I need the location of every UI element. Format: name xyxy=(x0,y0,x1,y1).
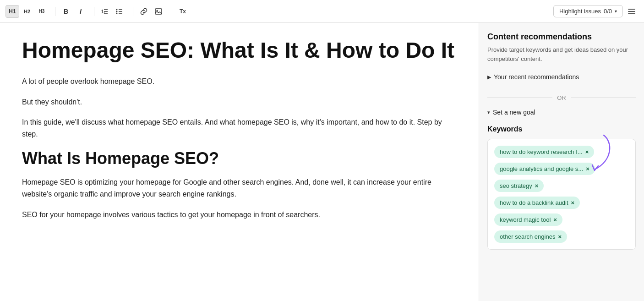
svg-point-4 xyxy=(116,9,118,10)
ordered-list-button[interactable]: 1. xyxy=(98,5,112,18)
chevron-down-icon: ▾ xyxy=(615,9,617,14)
paragraph-2: But they shouldn't. xyxy=(22,96,457,108)
keyword-text-6: other search engines xyxy=(500,233,555,240)
paragraph-4: Homepage SEO is optimizing your homepage… xyxy=(22,176,457,201)
remove-keyword-1[interactable]: × xyxy=(585,148,589,155)
list-group: 1. xyxy=(98,5,126,18)
recent-recommendations-label: Your recent recommendations xyxy=(494,73,579,81)
divider-3 xyxy=(133,7,133,16)
keyword-tag-3: seo strategy × xyxy=(494,180,544,192)
divider-2 xyxy=(94,7,94,16)
svg-point-6 xyxy=(116,12,118,14)
main-layout: Homepage SEO: What Is It & How to Do It … xyxy=(0,23,644,301)
keyword-text-2: google analytics and google s... xyxy=(500,165,583,172)
keyword-text-5: keyword magic tool xyxy=(500,216,551,223)
insert-group xyxy=(137,5,165,18)
section-title-1: What Is Homepage SEO? xyxy=(22,149,457,168)
paragraph-1: A lot of people overlook homepage SEO. xyxy=(22,76,457,88)
remove-keyword-4[interactable]: × xyxy=(571,199,575,206)
keywords-label: Keywords xyxy=(487,125,636,133)
hamburger-icon xyxy=(628,7,636,16)
editor-area[interactable]: Homepage SEO: What Is It & How to Do It … xyxy=(0,23,479,301)
recent-recommendations-row[interactable]: ▶ Your recent recommendations xyxy=(487,71,636,82)
sidebar: Content recommendations Provide target k… xyxy=(479,23,644,301)
ordered-list-icon: 1. xyxy=(101,8,109,15)
text-format-group: B I xyxy=(59,5,87,18)
divider-4 xyxy=(172,7,172,16)
set-new-goal-row[interactable]: ▾ Set a new goal xyxy=(487,107,636,118)
editor-toolbar: H1 H2 H3 B I 1. xyxy=(0,0,644,23)
sidebar-title: Content recommendations xyxy=(487,32,636,42)
keyword-tag-4: how to do a backlink audit × xyxy=(494,197,580,209)
chevron-right-icon: ▶ xyxy=(487,74,491,80)
or-label: OR xyxy=(557,94,566,101)
h3-button[interactable]: H3 xyxy=(35,5,49,18)
menu-icon[interactable] xyxy=(625,5,639,18)
unordered-list-button[interactable] xyxy=(113,5,126,18)
keywords-box: how to do keyword research f... × google… xyxy=(487,139,636,250)
remove-keyword-2[interactable]: × xyxy=(586,165,589,172)
svg-point-5 xyxy=(116,11,118,12)
keyword-text-4: how to do a backlink audit xyxy=(500,199,568,206)
h1-button[interactable]: H1 xyxy=(5,5,19,18)
sidebar-subtext: Provide target keywords and get ideas ba… xyxy=(487,45,636,63)
remove-keyword-6[interactable]: × xyxy=(558,233,562,240)
italic-button[interactable]: I xyxy=(74,5,87,18)
keyword-text-1: how to do keyword research f... xyxy=(500,148,583,155)
highlight-label: Highlight issues xyxy=(559,8,601,15)
image-icon xyxy=(155,8,162,15)
bold-button[interactable]: B xyxy=(59,5,73,18)
link-button[interactable] xyxy=(137,5,151,18)
set-new-goal-label: Set a new goal xyxy=(493,109,535,116)
remove-keyword-5[interactable]: × xyxy=(553,216,557,223)
image-button[interactable] xyxy=(152,5,165,18)
keyword-tag-1: how to do keyword research f... × xyxy=(494,146,594,158)
clear-format-button[interactable]: Tx xyxy=(176,5,190,18)
highlight-count: 0/0 xyxy=(604,8,612,15)
paragraph-5: SEO for your homepage involves various t… xyxy=(22,209,457,221)
heading-buttons-group: H1 H2 H3 xyxy=(5,5,49,18)
keyword-tag-6: other search engines × xyxy=(494,230,567,243)
keyword-text-3: seo strategy xyxy=(500,182,532,189)
or-divider: OR xyxy=(487,94,636,101)
svg-point-11 xyxy=(157,10,158,11)
chevron-down-goal-icon: ▾ xyxy=(487,109,490,115)
h2-button[interactable]: H2 xyxy=(20,5,34,18)
keyword-tag-5: keyword magic tool × xyxy=(494,213,562,226)
highlight-issues-button[interactable]: Highlight issues 0/0 ▾ xyxy=(553,5,623,17)
article-title: Homepage SEO: What Is It & How to Do It xyxy=(22,38,457,63)
recent-recommendations-section: ▶ Your recent recommendations xyxy=(487,71,636,82)
divider-1 xyxy=(55,7,55,16)
remove-keyword-3[interactable]: × xyxy=(535,182,539,189)
keyword-tag-2: google analytics and google s... × xyxy=(494,163,595,175)
link-icon xyxy=(140,8,147,15)
article-body: A lot of people overlook homepage SEO. B… xyxy=(22,76,457,221)
unordered-list-icon xyxy=(116,8,123,15)
paragraph-3: In this guide, we'll discuss what homepa… xyxy=(22,116,457,141)
